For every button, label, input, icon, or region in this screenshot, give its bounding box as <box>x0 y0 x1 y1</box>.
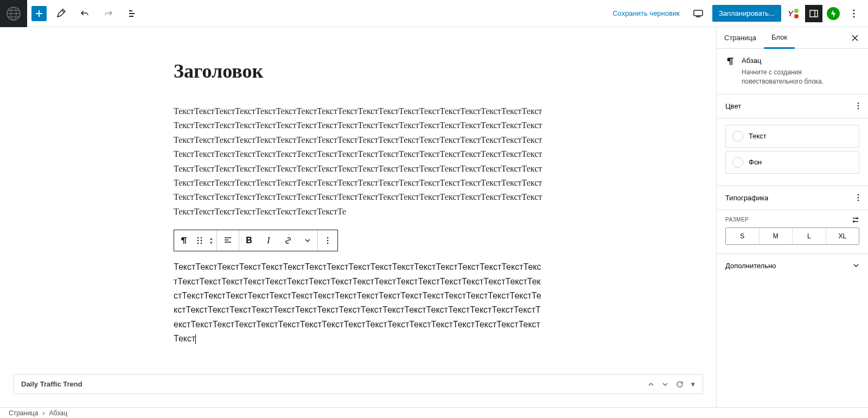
daily-traffic-panel: Daily Traffic Trend ▾ <box>13 374 703 394</box>
svg-point-13 <box>201 237 202 239</box>
svg-rect-7 <box>810 10 818 17</box>
more-vertical-icon <box>853 9 855 18</box>
move-down-button[interactable]: ▾ <box>210 240 213 245</box>
size-l-button[interactable]: L <box>793 228 826 244</box>
sidebar-icon <box>809 9 819 18</box>
block-type-button[interactable] <box>174 230 194 251</box>
svg-point-16 <box>197 243 199 244</box>
chevron-right-icon: › <box>42 409 44 417</box>
undo-icon <box>80 9 90 18</box>
drag-icon <box>197 237 202 244</box>
breadcrumb-block[interactable]: Абзац <box>49 409 67 417</box>
paragraph-block[interactable]: ТекстТекстТекстТекстТекстТекстТекстТекст… <box>174 260 542 346</box>
plus-icon <box>34 9 44 18</box>
preview-button[interactable] <box>688 4 708 23</box>
seo-dot-icon <box>794 14 799 18</box>
sliders-icon[interactable] <box>852 217 859 223</box>
advanced-panel-toggle[interactable]: Дополнительно <box>717 254 868 277</box>
more-vertical-icon <box>327 237 329 244</box>
redo-icon <box>104 9 113 18</box>
top-toolbar: Сохранить черновик Запланировать... Y <box>0 0 868 27</box>
svg-point-28 <box>858 103 859 104</box>
desktop-icon <box>693 9 704 18</box>
size-label: РАЗМЕР <box>725 217 749 223</box>
block-options-button[interactable] <box>318 230 337 251</box>
svg-point-10 <box>853 12 855 14</box>
readability-dot-icon <box>794 9 799 13</box>
jetpack-button[interactable] <box>827 7 840 20</box>
svg-point-9 <box>853 9 855 11</box>
globe-icon <box>6 6 21 21</box>
align-button[interactable] <box>217 230 239 251</box>
sidebar-tab-block[interactable]: Блок <box>764 27 795 49</box>
settings-sidebar-toggle[interactable] <box>805 5 822 22</box>
more-vertical-icon <box>857 194 859 201</box>
background-color-button[interactable]: Фон <box>725 151 859 174</box>
svg-point-30 <box>858 108 859 110</box>
size-m-button[interactable]: M <box>760 228 793 244</box>
edit-mode-button[interactable] <box>51 4 71 23</box>
panel-collapse-down[interactable] <box>662 382 668 387</box>
size-s-button[interactable]: S <box>726 228 760 244</box>
pencil-icon <box>56 9 66 18</box>
svg-point-33 <box>858 200 859 201</box>
panel-collapse-up[interactable] <box>648 382 654 387</box>
more-format-button[interactable] <box>298 230 317 251</box>
color-swatch-icon <box>732 131 743 142</box>
block-toolbar: ▴ ▾ B I <box>174 230 338 251</box>
more-vertical-icon <box>857 102 859 110</box>
size-xl-button[interactable]: XL <box>826 228 859 244</box>
svg-rect-34 <box>857 217 858 219</box>
options-button[interactable] <box>844 4 864 23</box>
document-overview-button[interactable] <box>123 4 142 23</box>
color-panel-header[interactable]: Цвет <box>717 94 868 118</box>
block-name: Абзац <box>742 56 859 65</box>
text-cursor <box>195 334 196 344</box>
link-button[interactable] <box>278 230 298 251</box>
save-draft-button[interactable]: Сохранить черновик <box>608 7 684 20</box>
bold-button[interactable]: B <box>239 230 259 251</box>
link-icon <box>284 236 292 245</box>
add-block-button[interactable] <box>31 6 47 21</box>
color-swatch-icon <box>732 157 743 168</box>
svg-point-15 <box>201 240 202 242</box>
svg-point-19 <box>327 240 329 242</box>
block-breadcrumb: Страница › Абзац <box>0 407 868 418</box>
drag-handle[interactable] <box>194 230 206 251</box>
svg-rect-35 <box>853 220 854 222</box>
text-color-button[interactable]: Текст <box>725 125 859 148</box>
jetpack-icon <box>829 10 837 17</box>
panel-refresh[interactable] <box>676 381 684 388</box>
paragraph-block[interactable]: ТекстТекстТекстТекстТекстТекстТекстТекст… <box>174 104 542 219</box>
svg-point-11 <box>853 16 855 17</box>
align-left-icon <box>224 236 232 245</box>
site-logo-button[interactable] <box>0 0 27 27</box>
svg-point-20 <box>327 243 329 244</box>
panel-menu[interactable]: ▾ <box>691 380 695 388</box>
chevron-down-icon <box>304 238 311 243</box>
svg-point-29 <box>858 105 859 107</box>
undo-button[interactable] <box>75 4 94 23</box>
svg-point-18 <box>327 237 329 239</box>
block-description: Начните с создания повествовательного бл… <box>742 68 859 86</box>
italic-button[interactable]: I <box>259 230 278 251</box>
typography-panel-header[interactable]: Типографика <box>717 186 868 210</box>
breadcrumb-page[interactable]: Страница <box>9 409 38 417</box>
yoast-seo-panel: Yoast SEO ▴ SEO Читабельность <box>0 401 716 407</box>
font-size-selector: S M L XL <box>725 227 859 245</box>
svg-point-31 <box>858 194 859 196</box>
paragraph-block-icon <box>725 56 735 66</box>
post-title[interactable]: Заголовок <box>174 60 542 83</box>
redo-button[interactable] <box>99 4 118 23</box>
schedule-button[interactable]: Запланировать... <box>712 5 781 22</box>
svg-point-32 <box>858 197 859 199</box>
svg-point-12 <box>197 237 199 239</box>
yoast-toolbar-indicator[interactable]: Y <box>786 9 801 18</box>
svg-point-17 <box>201 243 202 244</box>
sidebar-tab-page[interactable]: Страница <box>717 27 764 49</box>
svg-rect-5 <box>694 10 703 16</box>
editor-canvas[interactable]: Заголовок ТекстТекстТекстТекстТекстТекст… <box>0 27 716 407</box>
paragraph-icon <box>180 236 188 245</box>
chevron-down-icon <box>853 263 859 268</box>
sidebar-close-button[interactable] <box>846 29 864 47</box>
